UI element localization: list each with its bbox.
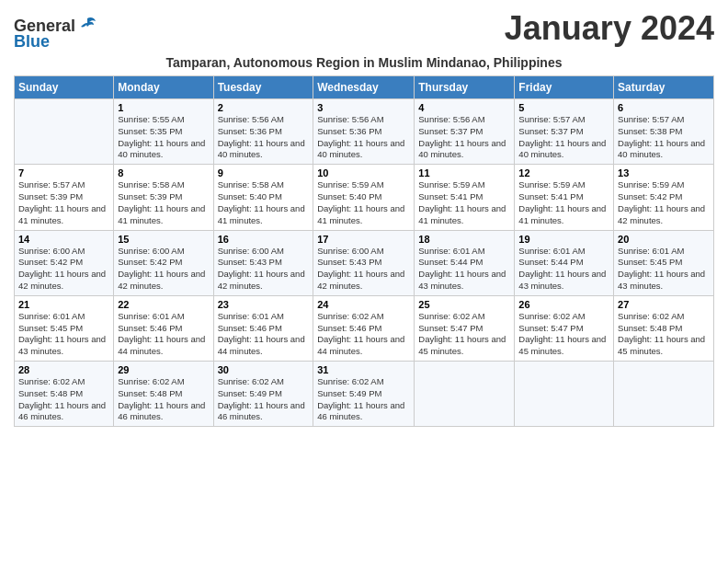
day-info: Sunrise: 5:59 AMSunset: 5:40 PMDaylight:… (317, 179, 410, 226)
day-number: 2 (218, 102, 310, 113)
sunrise-text: Sunrise: 6:02 AM (518, 311, 585, 321)
sunset-text: Sunset: 5:48 PM (18, 388, 83, 398)
day-number: 21 (18, 299, 109, 310)
calendar-cell: 13Sunrise: 5:59 AMSunset: 5:42 PMDayligh… (614, 165, 714, 230)
sunrise-text: Sunrise: 6:00 AM (218, 246, 284, 256)
day-number: 31 (317, 364, 410, 375)
day-number: 22 (118, 299, 209, 310)
calendar-cell: 25Sunrise: 6:02 AMSunset: 5:47 PMDayligh… (415, 295, 515, 361)
calendar-cell (15, 99, 114, 165)
sunrise-text: Sunrise: 6:02 AM (18, 376, 85, 386)
month-title: January 2024 (505, 9, 714, 48)
daylight-text: Daylight: 11 hours and 41 minutes. (418, 203, 506, 225)
calendar-cell: 3Sunrise: 5:56 AMSunset: 5:36 PMDaylight… (313, 99, 415, 165)
daylight-text: Daylight: 11 hours and 41 minutes. (518, 203, 606, 225)
sunrise-text: Sunrise: 6:01 AM (618, 246, 684, 256)
calendar-cell (515, 362, 614, 427)
day-number: 8 (118, 167, 209, 178)
day-info: Sunrise: 6:01 AMSunset: 5:44 PMDaylight:… (518, 246, 609, 293)
sunset-text: Sunset: 5:48 PM (118, 388, 182, 398)
logo: General Blue (14, 17, 97, 52)
day-number: 7 (18, 167, 109, 178)
day-info: Sunrise: 6:02 AMSunset: 5:48 PMDaylight:… (618, 311, 710, 358)
sunset-text: Sunset: 5:37 PM (518, 126, 583, 136)
sunrise-text: Sunrise: 5:56 AM (317, 114, 383, 124)
sunrise-text: Sunrise: 6:01 AM (18, 311, 85, 321)
calendar-cell: 4Sunrise: 5:56 AMSunset: 5:37 PMDaylight… (415, 99, 515, 165)
sunset-text: Sunset: 5:46 PM (317, 323, 381, 333)
daylight-text: Daylight: 11 hours and 41 minutes. (317, 203, 404, 225)
calendar-cell: 30Sunrise: 6:02 AMSunset: 5:49 PMDayligh… (213, 362, 313, 427)
day-info: Sunrise: 6:02 AMSunset: 5:48 PMDaylight:… (118, 376, 209, 423)
sunrise-text: Sunrise: 5:58 AM (118, 179, 184, 190)
calendar-cell: 7Sunrise: 5:57 AMSunset: 5:39 PMDaylight… (15, 165, 114, 230)
calendar-cell: 8Sunrise: 5:58 AMSunset: 5:39 PMDaylight… (114, 165, 213, 230)
sunrise-text: Sunrise: 6:02 AM (118, 376, 184, 386)
sunset-text: Sunset: 5:46 PM (118, 323, 182, 333)
sunset-text: Sunset: 5:37 PM (418, 126, 483, 136)
day-info: Sunrise: 5:56 AMSunset: 5:36 PMDaylight:… (317, 114, 410, 161)
header-day-saturday: Saturday (614, 76, 714, 99)
sunset-text: Sunset: 5:47 PM (418, 323, 483, 333)
sunrise-text: Sunrise: 5:57 AM (618, 114, 684, 124)
daylight-text: Daylight: 11 hours and 41 minutes. (18, 203, 106, 225)
logo-blue-text: Blue (14, 32, 50, 52)
sunset-text: Sunset: 5:40 PM (218, 191, 282, 201)
daylight-text: Daylight: 11 hours and 41 minutes. (118, 203, 205, 225)
week-row-1: 1Sunrise: 5:55 AMSunset: 5:35 PMDaylight… (15, 99, 714, 165)
week-row-5: 28Sunrise: 6:02 AMSunset: 5:48 PMDayligh… (15, 362, 714, 427)
day-number: 30 (218, 364, 310, 375)
daylight-text: Daylight: 11 hours and 40 minutes. (118, 138, 205, 160)
day-info: Sunrise: 5:56 AMSunset: 5:37 PMDaylight:… (418, 114, 510, 161)
daylight-text: Daylight: 11 hours and 44 minutes. (118, 334, 205, 356)
day-number: 17 (317, 234, 410, 245)
calendar-cell: 28Sunrise: 6:02 AMSunset: 5:48 PMDayligh… (15, 362, 114, 427)
daylight-text: Daylight: 11 hours and 45 minutes. (418, 334, 506, 356)
day-number: 25 (418, 299, 510, 310)
day-info: Sunrise: 5:58 AMSunset: 5:39 PMDaylight:… (118, 179, 209, 226)
day-info: Sunrise: 5:57 AMSunset: 5:37 PMDaylight:… (518, 114, 609, 161)
calendar-cell: 20Sunrise: 6:01 AMSunset: 5:45 PMDayligh… (614, 230, 714, 295)
daylight-text: Daylight: 11 hours and 45 minutes. (618, 334, 705, 356)
subtitle: Tamparan, Autonomous Region in Muslim Mi… (14, 55, 714, 70)
daylight-text: Daylight: 11 hours and 44 minutes. (218, 334, 305, 356)
sunset-text: Sunset: 5:42 PM (618, 191, 682, 201)
day-number: 15 (118, 234, 209, 245)
sunrise-text: Sunrise: 5:59 AM (618, 179, 684, 190)
day-number: 27 (618, 299, 710, 310)
day-info: Sunrise: 6:02 AMSunset: 5:47 PMDaylight:… (418, 311, 510, 358)
sunrise-text: Sunrise: 5:56 AM (418, 114, 484, 124)
day-info: Sunrise: 5:59 AMSunset: 5:42 PMDaylight:… (618, 179, 710, 226)
header: General Blue January 2024 (14, 9, 714, 52)
calendar-cell: 10Sunrise: 5:59 AMSunset: 5:40 PMDayligh… (313, 165, 415, 230)
day-info: Sunrise: 5:58 AMSunset: 5:40 PMDaylight:… (218, 179, 310, 226)
day-number: 4 (418, 102, 510, 113)
sunrise-text: Sunrise: 6:00 AM (317, 246, 383, 256)
calendar-header-row: SundayMondayTuesdayWednesdayThursdayFrid… (15, 76, 714, 99)
sunset-text: Sunset: 5:39 PM (118, 191, 182, 201)
sunset-text: Sunset: 5:42 PM (18, 257, 83, 267)
logo-bird-icon (77, 15, 97, 35)
day-info: Sunrise: 6:02 AMSunset: 5:49 PMDaylight:… (218, 376, 310, 423)
calendar-cell: 23Sunrise: 6:01 AMSunset: 5:46 PMDayligh… (213, 295, 313, 361)
day-info: Sunrise: 5:55 AMSunset: 5:35 PMDaylight:… (118, 114, 209, 161)
day-number: 23 (218, 299, 310, 310)
day-info: Sunrise: 6:02 AMSunset: 5:46 PMDaylight:… (317, 311, 410, 358)
sunrise-text: Sunrise: 5:59 AM (518, 179, 585, 190)
day-number: 14 (18, 234, 109, 245)
day-info: Sunrise: 6:00 AMSunset: 5:43 PMDaylight:… (317, 246, 410, 293)
day-info: Sunrise: 5:57 AMSunset: 5:38 PMDaylight:… (618, 114, 710, 161)
sunset-text: Sunset: 5:44 PM (518, 257, 583, 267)
sunset-text: Sunset: 5:36 PM (218, 126, 282, 136)
daylight-text: Daylight: 11 hours and 46 minutes. (18, 400, 106, 422)
sunset-text: Sunset: 5:49 PM (218, 388, 282, 398)
sunset-text: Sunset: 5:46 PM (218, 323, 282, 333)
sunset-text: Sunset: 5:39 PM (18, 191, 83, 201)
day-number: 28 (18, 364, 109, 375)
calendar-cell (415, 362, 515, 427)
header-day-friday: Friday (515, 76, 614, 99)
daylight-text: Daylight: 11 hours and 44 minutes. (317, 334, 404, 356)
daylight-text: Daylight: 11 hours and 43 minutes. (618, 269, 705, 291)
sunrise-text: Sunrise: 6:01 AM (418, 246, 484, 256)
day-number: 29 (118, 364, 209, 375)
